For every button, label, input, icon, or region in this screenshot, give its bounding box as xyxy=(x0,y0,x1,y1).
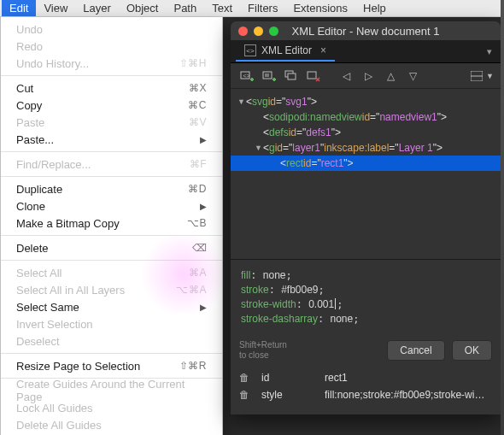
menu-item-deselect: Deselect xyxy=(1,332,222,350)
menu-item-undo: Undo xyxy=(1,21,222,38)
xml-tab-icon: <> xyxy=(244,44,256,56)
xml-editor-window: XML Editor - New document 1 <> XML Edito… xyxy=(231,21,501,414)
edit-menu: UndoRedoUndo History...⇧⌘HCut⌘XCopy⌘CPas… xyxy=(0,17,223,435)
menu-item-delete-all-guides: Delete All Guides xyxy=(1,416,222,433)
menubar-item-path[interactable]: Path xyxy=(166,0,204,16)
menu-item-invert-selection: Invert Selection xyxy=(1,315,222,332)
menu-item-select-all-in-all-layers: Select All in All Layers⌥⌘A xyxy=(1,281,222,298)
menu-separator xyxy=(1,151,222,152)
menu-item-lock-all-guides: Lock All Guides xyxy=(1,399,222,416)
menu-item-undo-history: Undo History...⇧⌘H xyxy=(1,55,222,72)
new-text-node-button[interactable] xyxy=(260,68,278,85)
menubar-item-edit[interactable]: Edit xyxy=(2,0,36,16)
menu-separator xyxy=(1,353,222,354)
menu-item-clone[interactable]: Clone▶ xyxy=(1,197,222,215)
xml-node-rect[interactable]: <rect id="rect1"> xyxy=(231,156,501,171)
xml-node-sodipodi-namedview[interactable]: <sodipodi:namedview id="namedview1"> xyxy=(231,109,501,125)
menubar-item-extensions[interactable]: Extensions xyxy=(285,0,355,16)
svg-rect-4 xyxy=(263,72,272,79)
menubar-item-text[interactable]: Text xyxy=(204,0,240,16)
xml-node-defs[interactable]: <defs id="defs1"> xyxy=(231,125,501,140)
new-element-node-button[interactable]: <> xyxy=(237,68,256,85)
editor-hint: Shift+Returnto close xyxy=(239,340,287,361)
cancel-button[interactable]: Cancel xyxy=(387,340,444,361)
menu-separator xyxy=(1,260,222,261)
tab-close-icon[interactable]: × xyxy=(320,44,326,56)
menu-item-resize-page-to-selection[interactable]: Resize Page to Selection⇧⌘R xyxy=(1,357,222,374)
window-titlebar: XML Editor - New document 1 xyxy=(231,21,501,40)
menu-item-redo: Redo xyxy=(1,38,222,55)
move-node-down-button[interactable]: ▽ xyxy=(403,68,422,85)
svg-text:<>: <> xyxy=(243,72,250,78)
xml-tab[interactable]: <> XML Editor × xyxy=(236,41,335,62)
window-title: XML Editor - New document 1 xyxy=(231,25,501,38)
menu-item-delete[interactable]: Delete⌫ xyxy=(1,239,222,256)
attr-row-id[interactable]: 🗑idrect1 xyxy=(231,369,501,386)
menu-item-paste[interactable]: Paste...▶ xyxy=(1,131,222,148)
menubar-item-filters[interactable]: Filters xyxy=(240,0,285,16)
xml-node-svg[interactable]: ▼<svg id="svg1"> xyxy=(231,94,501,109)
attr-row-style[interactable]: 🗑stylefill:none;stroke:#fb00e9;stroke-wi… xyxy=(231,386,501,403)
menu-item-make-a-bitmap-copy[interactable]: Make a Bitmap Copy⌥B xyxy=(1,215,222,232)
svg-rect-11 xyxy=(308,72,316,79)
style-panel: fill: none; stroke: #fb00e9; stroke-widt… xyxy=(231,259,501,414)
style-editor[interactable]: fill: none; stroke: #fb00e9; stroke-widt… xyxy=(231,260,501,335)
menu-separator xyxy=(1,235,222,236)
xml-tab-label: XML Editor xyxy=(261,44,312,56)
svg-rect-10 xyxy=(288,73,296,79)
xml-node-g[interactable]: ▼<g id="layer1" inkscape:label="Layer 1"… xyxy=(231,140,501,156)
menubar: EditViewLayerObjectPathTextFiltersExtens… xyxy=(0,0,504,17)
ok-button[interactable]: OK xyxy=(452,340,492,361)
delete-node-button[interactable] xyxy=(304,68,323,85)
menu-separator xyxy=(1,176,222,177)
menu-item-select-same[interactable]: Select Same▶ xyxy=(1,298,222,315)
menu-item-find-replace: Find/Replace...⌘F xyxy=(1,156,222,173)
attribute-list: 🗑idrect1🗑stylefill:none;stroke:#fb00e9;s… xyxy=(231,367,501,403)
menu-item-copy[interactable]: Copy⌘C xyxy=(1,97,222,114)
menubar-item-object[interactable]: Object xyxy=(119,0,167,16)
unindent-node-button[interactable]: ◁ xyxy=(337,68,355,85)
indent-node-button[interactable]: ▷ xyxy=(359,68,378,85)
duplicate-node-button[interactable] xyxy=(282,68,301,85)
menubar-item-help[interactable]: Help xyxy=(355,0,394,16)
menubar-item-view[interactable]: View xyxy=(36,0,75,16)
menu-item-paste: Paste⌘V xyxy=(1,114,222,131)
menu-separator xyxy=(1,75,222,76)
tab-menu-chevron[interactable]: ▾ xyxy=(487,46,492,57)
menu-item-cut[interactable]: Cut⌘X xyxy=(1,79,222,97)
xml-tabbar: <> XML Editor × ▾ xyxy=(231,40,501,63)
menubar-item-layer[interactable]: Layer xyxy=(75,0,119,16)
menu-item-duplicate[interactable]: Duplicate⌘D xyxy=(1,180,222,197)
trash-icon[interactable]: 🗑 xyxy=(239,372,249,384)
layout-dropdown[interactable]: ▼ xyxy=(471,71,494,81)
menu-item-create-guides-around-the-current-page: Create Guides Around the Current Page xyxy=(1,382,222,399)
xml-toolbar: <> ◁ ▷ △ ▽ ▼ xyxy=(231,63,501,89)
menu-item-select-all: Select All⌘A xyxy=(1,264,222,281)
xml-tree[interactable]: ▼<svg id="svg1"><sodipodi:namedview id="… xyxy=(231,89,501,179)
move-node-up-button[interactable]: △ xyxy=(381,68,400,85)
trash-icon[interactable]: 🗑 xyxy=(239,389,249,401)
right-toolbox-stripe xyxy=(501,0,504,435)
